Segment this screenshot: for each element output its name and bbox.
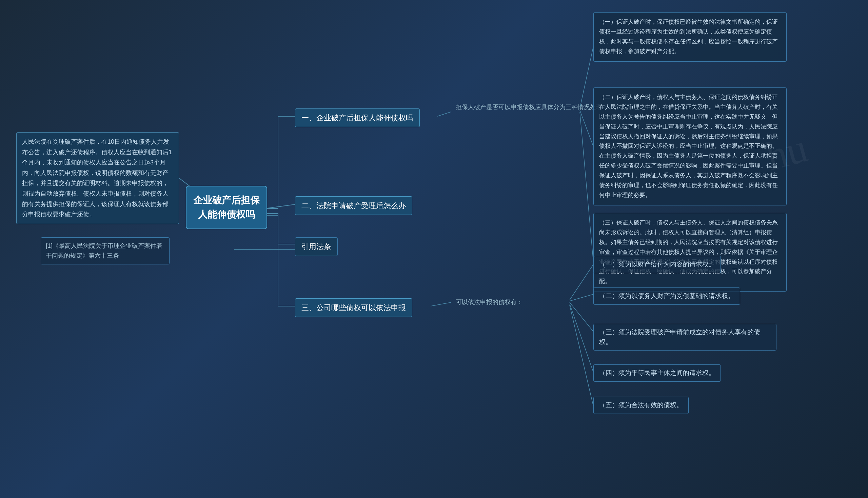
- b1-label: 担保人破产是否可以申报债权应具体分为三种情况处理：: [451, 100, 583, 115]
- b3-item-3: （三）须为法院受理破产申请前成立的对债务人享有的债权。: [593, 324, 776, 351]
- b3-item-1: （一）须为以财产给付为内容的请求权。: [593, 256, 721, 273]
- center-node: 企业破产后担保人能伸债权吗: [186, 186, 267, 229]
- b1-detail-3: （三）保证人破产时，债权人与主债务人、保证人之间的债权债务关系尚未形成诉讼的。此…: [593, 213, 787, 291]
- b1-detail-2: （二）保证人破产时，债权人与主债务人、保证之间的债权债务纠纷正在人民法院审理之中…: [593, 88, 787, 206]
- branch-ref: 引用法条: [295, 237, 338, 256]
- left-main-node: 人民法院在受理破产案件后，在10日内通知债务人并发布公告，进入破产还债程序。债权…: [16, 132, 179, 224]
- branch-2: 二、法院申请破产受理后怎么办: [295, 196, 412, 215]
- branch-3: 三、公司哪些债权可以依法申报: [295, 298, 412, 317]
- center-title: 企业破产后担保人能伸债权吗: [193, 195, 260, 220]
- b3-item-5: （五）须为合法有效的债权。: [593, 397, 689, 414]
- b1-detail-1: （一）保证人破产时，保证债权已经被生效的法律文书所确定的，保证债权一旦经过诉讼程…: [593, 12, 787, 62]
- b3-label: 可以依法申报的债权有：: [451, 295, 528, 310]
- branch-1: 一、企业破产后担保人能伸债权吗: [295, 108, 420, 127]
- b3-item-4: （四）须为平等民事主体之间的请求权。: [593, 364, 721, 382]
- ref-node: [1]《最高人民法院关于审理企业破产案件若干问题的规定》第六十三条: [41, 237, 170, 264]
- mindmap-container: 人民法院在受理破产案件后，在10日内通知债务人并发布公告，进入破产还债程序。债权…: [0, 0, 868, 498]
- b3-item-2: （二）须为以债务人财产为受偿基础的请求权。: [593, 287, 740, 305]
